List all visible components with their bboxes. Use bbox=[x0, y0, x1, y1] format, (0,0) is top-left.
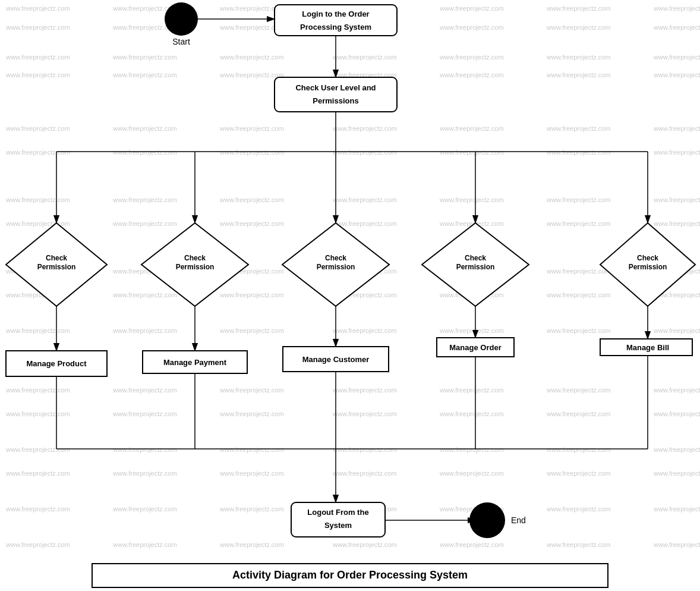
svg-text:www.freeprojectz.com: www.freeprojectz.com bbox=[5, 196, 70, 203]
svg-text:www.freeprojectz.com: www.freeprojectz.com bbox=[112, 149, 177, 156]
svg-text:www.freeprojectz.com: www.freeprojectz.com bbox=[653, 54, 700, 61]
check-perm-1-label-1: Check bbox=[46, 254, 67, 262]
end-circle bbox=[469, 502, 505, 538]
svg-text:www.freeprojectz.com: www.freeprojectz.com bbox=[653, 386, 700, 394]
svg-text:www.freeprojectz.com: www.freeprojectz.com bbox=[219, 327, 284, 334]
check-perm-5-label-1: Check bbox=[637, 254, 658, 262]
svg-text:www.freeprojectz.com: www.freeprojectz.com bbox=[653, 24, 700, 31]
svg-text:www.freeprojectz.com: www.freeprojectz.com bbox=[653, 5, 700, 12]
svg-text:www.freeprojectz.com: www.freeprojectz.com bbox=[546, 505, 611, 513]
manage-payment-label: Manage Payment bbox=[163, 358, 227, 367]
svg-text:www.freeprojectz.com: www.freeprojectz.com bbox=[5, 125, 70, 132]
svg-text:www.freeprojectz.com: www.freeprojectz.com bbox=[112, 541, 177, 548]
check-perm-5-label-2: Permission bbox=[629, 263, 667, 271]
svg-text:www.freeprojectz.com: www.freeprojectz.com bbox=[653, 541, 700, 548]
svg-text:www.freeprojectz.com: www.freeprojectz.com bbox=[112, 505, 177, 513]
svg-text:www.freeprojectz.com: www.freeprojectz.com bbox=[653, 71, 700, 78]
svg-text:www.freeprojectz.com: www.freeprojectz.com bbox=[332, 410, 397, 417]
svg-text:www.freeprojectz.com: www.freeprojectz.com bbox=[112, 71, 177, 78]
svg-text:www.freeprojectz.com: www.freeprojectz.com bbox=[5, 71, 70, 78]
check-perm-1-label-2: Permission bbox=[37, 263, 76, 271]
svg-text:www.freeprojectz.com: www.freeprojectz.com bbox=[439, 54, 504, 61]
svg-text:www.freeprojectz.com: www.freeprojectz.com bbox=[332, 220, 397, 227]
svg-text:www.freeprojectz.com: www.freeprojectz.com bbox=[546, 291, 611, 298]
svg-text:www.freeprojectz.com: www.freeprojectz.com bbox=[653, 327, 700, 334]
svg-text:www.freeprojectz.com: www.freeprojectz.com bbox=[5, 54, 70, 61]
check-perm-2-label-2: Permission bbox=[176, 263, 215, 271]
svg-text:www.freeprojectz.com: www.freeprojectz.com bbox=[5, 327, 70, 334]
svg-text:www.freeprojectz.com: www.freeprojectz.com bbox=[112, 446, 177, 453]
manage-order-label: Manage Order bbox=[449, 343, 501, 352]
manage-product-label: Manage Product bbox=[26, 359, 87, 368]
svg-text:www.freeprojectz.com: www.freeprojectz.com bbox=[546, 470, 611, 477]
svg-text:www.freeprojectz.com: www.freeprojectz.com bbox=[219, 446, 284, 453]
svg-text:www.freeprojectz.com: www.freeprojectz.com bbox=[653, 125, 700, 132]
svg-text:www.freeprojectz.com: www.freeprojectz.com bbox=[546, 196, 611, 203]
svg-text:www.freeprojectz.com: www.freeprojectz.com bbox=[546, 54, 611, 61]
svg-text:www.freeprojectz.com: www.freeprojectz.com bbox=[546, 541, 611, 548]
svg-text:www.freeprojectz.com: www.freeprojectz.com bbox=[219, 386, 284, 394]
svg-text:www.freeprojectz.com: www.freeprojectz.com bbox=[219, 291, 284, 298]
svg-text:www.freeprojectz.com: www.freeprojectz.com bbox=[219, 220, 284, 227]
svg-text:www.freeprojectz.com: www.freeprojectz.com bbox=[546, 386, 611, 394]
svg-text:www.freeprojectz.com: www.freeprojectz.com bbox=[219, 125, 284, 132]
svg-text:www.freeprojectz.com: www.freeprojectz.com bbox=[332, 446, 397, 453]
svg-text:www.freeprojectz.com: www.freeprojectz.com bbox=[112, 386, 177, 394]
svg-text:www.freeprojectz.com: www.freeprojectz.com bbox=[546, 71, 611, 78]
svg-text:www.freeprojectz.com: www.freeprojectz.com bbox=[439, 446, 504, 453]
svg-text:www.freeprojectz.com: www.freeprojectz.com bbox=[5, 410, 70, 417]
svg-text:www.freeprojectz.com: www.freeprojectz.com bbox=[219, 505, 284, 513]
svg-text:www.freeprojectz.com: www.freeprojectz.com bbox=[546, 5, 611, 12]
check-perm-2-label-1: Check bbox=[184, 254, 206, 262]
start-label: Start bbox=[172, 37, 190, 46]
svg-text:www.freeprojectz.com: www.freeprojectz.com bbox=[5, 446, 70, 453]
login-label-2: Processing System bbox=[300, 23, 371, 32]
check-perm-3-label-2: Permission bbox=[317, 263, 355, 271]
svg-text:www.freeprojectz.com: www.freeprojectz.com bbox=[332, 470, 397, 477]
svg-text:www.freeprojectz.com: www.freeprojectz.com bbox=[112, 327, 177, 334]
svg-text:www.freeprojectz.com: www.freeprojectz.com bbox=[653, 446, 700, 453]
svg-text:www.freeprojectz.com: www.freeprojectz.com bbox=[5, 470, 70, 477]
end-label: End bbox=[511, 515, 526, 525]
svg-text:www.freeprojectz.com: www.freeprojectz.com bbox=[546, 410, 611, 417]
svg-text:www.freeprojectz.com: www.freeprojectz.com bbox=[5, 386, 70, 394]
svg-text:www.freeprojectz.com: www.freeprojectz.com bbox=[332, 327, 397, 334]
svg-text:www.freeprojectz.com: www.freeprojectz.com bbox=[546, 24, 611, 31]
svg-text:www.freeprojectz.com: www.freeprojectz.com bbox=[112, 410, 177, 417]
svg-text:www.freeprojectz.com: www.freeprojectz.com bbox=[546, 327, 611, 334]
svg-text:www.freeprojectz.com: www.freeprojectz.com bbox=[653, 149, 700, 156]
check-perm-4-label-1: Check bbox=[465, 254, 486, 262]
svg-text:www.freeprojectz.com: www.freeprojectz.com bbox=[112, 125, 177, 132]
svg-text:www.freeprojectz.com: www.freeprojectz.com bbox=[653, 220, 700, 227]
svg-text:www.freeprojectz.com: www.freeprojectz.com bbox=[653, 505, 700, 513]
svg-text:www.freeprojectz.com: www.freeprojectz.com bbox=[439, 24, 504, 31]
svg-text:www.freeprojectz.com: www.freeprojectz.com bbox=[439, 5, 504, 12]
svg-text:www.freeprojectz.com: www.freeprojectz.com bbox=[332, 541, 397, 548]
check-user-label-2: Permissions bbox=[313, 96, 358, 105]
svg-text:www.freeprojectz.com: www.freeprojectz.com bbox=[439, 541, 504, 548]
svg-text:www.freeprojectz.com: www.freeprojectz.com bbox=[5, 505, 70, 513]
check-perm-4-label-2: Permission bbox=[456, 263, 495, 271]
diagram-title: Activity Diagram for Order Processing Sy… bbox=[232, 569, 468, 581]
svg-text:www.freeprojectz.com: www.freeprojectz.com bbox=[439, 386, 504, 394]
svg-text:www.freeprojectz.com: www.freeprojectz.com bbox=[219, 541, 284, 548]
manage-bill-label: Manage Bill bbox=[626, 343, 669, 352]
svg-text:www.freeprojectz.com: www.freeprojectz.com bbox=[332, 386, 397, 394]
svg-text:www.freeprojectz.com: www.freeprojectz.com bbox=[112, 291, 177, 298]
diagram-area: www.freeprojectz.com www.freeprojectz.co… bbox=[0, 0, 700, 591]
svg-text:www.freeprojectz.com: www.freeprojectz.com bbox=[546, 220, 611, 227]
svg-text:www.freeprojectz.com: www.freeprojectz.com bbox=[439, 327, 504, 334]
svg-text:www.freeprojectz.com: www.freeprojectz.com bbox=[439, 196, 504, 203]
logout-label-2: System bbox=[324, 521, 352, 530]
svg-text:www.freeprojectz.com: www.freeprojectz.com bbox=[5, 149, 70, 156]
svg-text:www.freeprojectz.com: www.freeprojectz.com bbox=[219, 196, 284, 203]
svg-text:www.freeprojectz.com: www.freeprojectz.com bbox=[332, 196, 397, 203]
manage-customer-label: Manage Customer bbox=[302, 355, 370, 364]
check-perm-3-label-1: Check bbox=[325, 254, 346, 262]
svg-text:www.freeprojectz.com: www.freeprojectz.com bbox=[439, 410, 504, 417]
svg-text:www.freeprojectz.com: www.freeprojectz.com bbox=[439, 125, 504, 132]
svg-text:www.freeprojectz.com: www.freeprojectz.com bbox=[219, 470, 284, 477]
svg-text:www.freeprojectz.com: www.freeprojectz.com bbox=[5, 24, 70, 31]
start-circle bbox=[165, 2, 198, 36]
logout-label-1: Logout From the bbox=[307, 508, 368, 517]
